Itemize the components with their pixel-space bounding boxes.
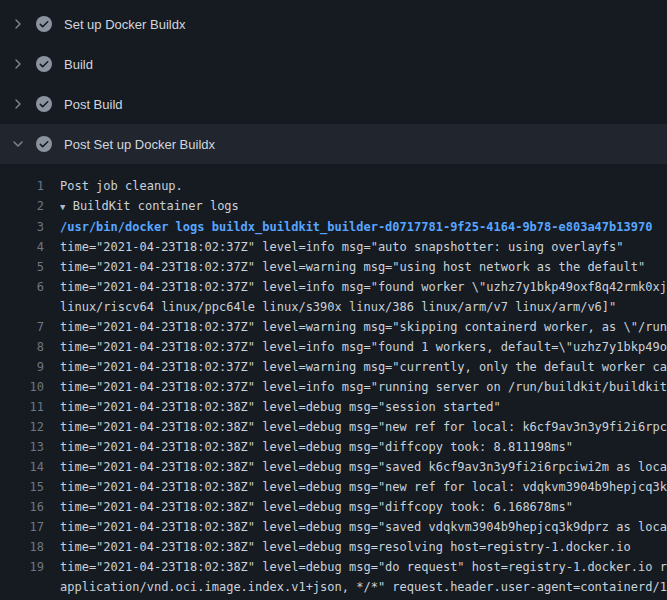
line-text: time="2021-04-23T18:02:38Z" level=debug … [60, 397, 667, 417]
line-text: ▼ BuildKit container logs [60, 196, 667, 217]
line-number[interactable]: 6 [0, 277, 60, 297]
line-text: time="2021-04-23T18:02:37Z" level=warnin… [60, 357, 667, 377]
step-label: Set up Docker Buildx [64, 17, 185, 32]
line-number[interactable]: 15 [0, 477, 60, 497]
line-number[interactable]: 10 [0, 377, 60, 397]
check-circle-icon [36, 56, 52, 72]
line-text: time="2021-04-23T18:02:38Z" level=debug … [60, 557, 667, 577]
line-text: time="2021-04-23T18:02:38Z" level=debug … [60, 417, 667, 437]
log-row: 11time="2021-04-23T18:02:38Z" level=debu… [0, 397, 667, 417]
line-text: time="2021-04-23T18:02:37Z" level=info m… [60, 377, 667, 397]
log-row: 4time="2021-04-23T18:02:37Z" level=info … [0, 237, 667, 257]
log-row: 1Post job cleanup. [0, 176, 667, 196]
log-row: 18time="2021-04-23T18:02:38Z" level=debu… [0, 537, 667, 557]
check-circle-icon [36, 136, 52, 152]
line-number[interactable]: 18 [0, 537, 60, 557]
line-number[interactable]: 4 [0, 237, 60, 257]
command-text: /usr/bin/docker logs buildx_buildkit_bui… [60, 217, 667, 237]
line-text: time="2021-04-23T18:02:38Z" level=debug … [60, 477, 667, 497]
chevron-right-icon [10, 16, 26, 32]
line-number[interactable]: 12 [0, 417, 60, 437]
log-row: linux/riscv64 linux/ppc64le linux/s390x … [0, 297, 667, 317]
log-lines: 1Post job cleanup.2▼ BuildKit container … [0, 164, 667, 600]
step-label: Post Build [64, 97, 123, 112]
line-text: time="2021-04-23T18:02:38Z" level=debug … [60, 537, 667, 557]
line-text: time="2021-04-23T18:02:37Z" level=warnin… [60, 257, 667, 277]
log-row: 3/usr/bin/docker logs buildx_buildkit_bu… [0, 217, 667, 237]
line-text: time="2021-04-23T18:02:38Z" level=debug … [60, 437, 667, 457]
log-row: 14time="2021-04-23T18:02:38Z" level=debu… [0, 457, 667, 477]
line-number[interactable] [0, 577, 60, 597]
step-header[interactable]: Set up Docker Buildx [0, 4, 667, 44]
line-text: time="2021-04-23T18:02:38Z" level=debug … [60, 457, 667, 477]
log-row: 13time="2021-04-23T18:02:38Z" level=debu… [0, 437, 667, 457]
chevron-right-icon [10, 96, 26, 112]
step-label: Build [64, 57, 93, 72]
line-text: time="2021-04-23T18:02:37Z" level=info m… [60, 277, 667, 297]
line-text: time="2021-04-23T18:02:38Z" level=debug … [60, 517, 667, 537]
line-number[interactable]: 11 [0, 397, 60, 417]
line-number[interactable] [0, 297, 60, 317]
log-row: 16time="2021-04-23T18:02:38Z" level=debu… [0, 497, 667, 517]
line-text: time="2021-04-23T18:02:38Z" level=debug … [60, 497, 667, 517]
log-row: 19time="2021-04-23T18:02:38Z" level=debu… [0, 557, 667, 577]
step-header[interactable]: Post Set up Docker Buildx [0, 124, 667, 164]
log-row: 10time="2021-04-23T18:02:37Z" level=info… [0, 377, 667, 397]
line-number[interactable]: 13 [0, 437, 60, 457]
line-text: time="2021-04-23T18:02:37Z" level=info m… [60, 337, 667, 357]
line-text: time="2021-04-23T18:02:37Z" level=info m… [60, 237, 667, 257]
log-row: 9time="2021-04-23T18:02:37Z" level=warni… [0, 357, 667, 377]
line-text: Post job cleanup. [60, 176, 667, 196]
step-header[interactable]: Build [0, 44, 667, 84]
group-title: BuildKit container logs [73, 199, 239, 213]
step-header[interactable]: Post Build [0, 84, 667, 124]
line-text: time="2021-04-23T18:02:37Z" level=warnin… [60, 317, 667, 337]
log-row: 7time="2021-04-23T18:02:37Z" level=warni… [0, 317, 667, 337]
log-row: 17time="2021-04-23T18:02:38Z" level=debu… [0, 517, 667, 537]
line-number[interactable]: 1 [0, 176, 60, 196]
log-row: 12time="2021-04-23T18:02:38Z" level=debu… [0, 417, 667, 437]
line-number[interactable]: 3 [0, 217, 60, 237]
line-number[interactable]: 17 [0, 517, 60, 537]
log-row: 2▼ BuildKit container logs [0, 196, 667, 217]
line-text: application/vnd.oci.image.index.v1+json,… [60, 577, 667, 597]
check-circle-icon [36, 96, 52, 112]
step-label: Post Set up Docker Buildx [64, 137, 215, 152]
log-row: application/vnd.oci.image.index.v1+json,… [0, 577, 667, 597]
log-row: 8time="2021-04-23T18:02:37Z" level=info … [0, 337, 667, 357]
chevron-down-icon [10, 136, 26, 152]
log-row: 6time="2021-04-23T18:02:37Z" level=info … [0, 277, 667, 297]
line-number[interactable]: 2 [0, 196, 60, 217]
line-text: linux/riscv64 linux/ppc64le linux/s390x … [60, 297, 667, 317]
line-number[interactable]: 16 [0, 497, 60, 517]
line-number[interactable]: 5 [0, 257, 60, 277]
chevron-right-icon [10, 56, 26, 72]
step-list: Set up Docker BuildxBuildPost BuildPost … [0, 0, 667, 164]
line-number[interactable]: 19 [0, 557, 60, 577]
log-row: 5time="2021-04-23T18:02:37Z" level=warni… [0, 257, 667, 277]
line-number[interactable]: 8 [0, 337, 60, 357]
log-row: 15time="2021-04-23T18:02:38Z" level=debu… [0, 477, 667, 497]
line-number[interactable]: 9 [0, 357, 60, 377]
line-number[interactable]: 7 [0, 317, 60, 337]
check-circle-icon [36, 16, 52, 32]
line-number[interactable]: 14 [0, 457, 60, 477]
collapse-triangle-icon[interactable]: ▼ [60, 202, 65, 212]
